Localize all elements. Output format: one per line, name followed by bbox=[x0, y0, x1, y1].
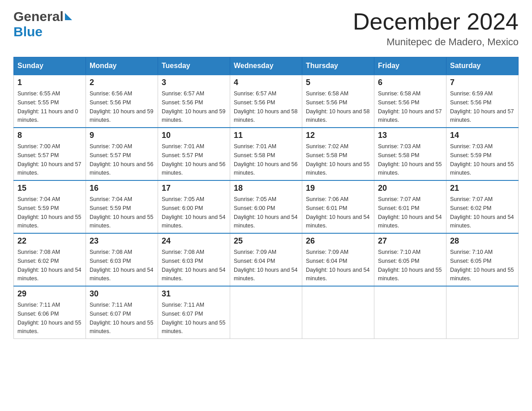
day-info: Sunrise: 6:56 AMSunset: 5:56 PMDaylight:… bbox=[90, 90, 153, 123]
day-info: Sunrise: 6:57 AMSunset: 5:56 PMDaylight:… bbox=[162, 90, 225, 123]
calendar-week-row: 1Sunrise: 6:55 AMSunset: 5:55 PMDaylight… bbox=[14, 75, 519, 128]
day-number: 28 bbox=[450, 236, 515, 246]
day-number: 20 bbox=[378, 184, 442, 193]
calendar-week-row: 29Sunrise: 7:11 AMSunset: 6:06 PMDayligh… bbox=[14, 286, 519, 339]
calendar-cell: 25Sunrise: 7:09 AMSunset: 6:04 PMDayligh… bbox=[230, 233, 302, 286]
day-number: 4 bbox=[234, 78, 298, 87]
calendar-header-friday: Friday bbox=[374, 57, 446, 75]
calendar-cell: 23Sunrise: 7:08 AMSunset: 6:03 PMDayligh… bbox=[86, 233, 158, 286]
day-info: Sunrise: 7:08 AMSunset: 6:03 PMDaylight:… bbox=[90, 249, 153, 282]
calendar-cell: 24Sunrise: 7:08 AMSunset: 6:03 PMDayligh… bbox=[158, 233, 230, 286]
calendar-cell: 28Sunrise: 7:10 AMSunset: 6:05 PMDayligh… bbox=[446, 233, 519, 286]
calendar-cell: 12Sunrise: 7:02 AMSunset: 5:58 PMDayligh… bbox=[302, 128, 374, 180]
day-info: Sunrise: 7:02 AMSunset: 5:58 PMDaylight:… bbox=[306, 143, 369, 176]
day-info: Sunrise: 7:03 AMSunset: 5:58 PMDaylight:… bbox=[378, 143, 442, 176]
calendar-week-row: 8Sunrise: 7:00 AMSunset: 5:57 PMDaylight… bbox=[14, 128, 519, 180]
calendar-cell bbox=[374, 286, 446, 339]
calendar-cell bbox=[446, 286, 519, 339]
location-subtitle: Munitepec de Madero, Mexico bbox=[353, 36, 519, 48]
calendar-header-row: SundayMondayTuesdayWednesdayThursdayFrid… bbox=[14, 57, 519, 75]
logo-chevron-icon bbox=[65, 13, 72, 20]
calendar-cell: 16Sunrise: 7:04 AMSunset: 5:59 PMDayligh… bbox=[86, 180, 158, 233]
day-info: Sunrise: 6:59 AMSunset: 5:56 PMDaylight:… bbox=[450, 90, 514, 123]
day-info: Sunrise: 7:00 AMSunset: 5:57 PMDaylight:… bbox=[90, 143, 153, 176]
day-info: Sunrise: 7:10 AMSunset: 6:05 PMDaylight:… bbox=[378, 249, 442, 282]
day-info: Sunrise: 7:08 AMSunset: 6:02 PMDaylight:… bbox=[17, 249, 81, 282]
day-number: 5 bbox=[306, 78, 370, 87]
day-number: 1 bbox=[17, 78, 82, 87]
calendar-header-sunday: Sunday bbox=[14, 57, 86, 75]
day-info: Sunrise: 7:11 AMSunset: 6:07 PMDaylight:… bbox=[90, 302, 153, 334]
title-section: December 2024 Munitepec de Madero, Mexic… bbox=[353, 9, 519, 48]
day-info: Sunrise: 7:01 AMSunset: 5:58 PMDaylight:… bbox=[234, 143, 297, 176]
day-number: 31 bbox=[162, 289, 226, 299]
day-number: 3 bbox=[162, 78, 226, 87]
day-number: 16 bbox=[90, 184, 154, 193]
day-info: Sunrise: 7:09 AMSunset: 6:04 PMDaylight:… bbox=[234, 249, 297, 282]
day-info: Sunrise: 7:03 AMSunset: 5:59 PMDaylight:… bbox=[450, 143, 514, 176]
calendar-cell: 7Sunrise: 6:59 AMSunset: 5:56 PMDaylight… bbox=[446, 75, 519, 128]
calendar-header-thursday: Thursday bbox=[302, 57, 374, 75]
day-info: Sunrise: 7:05 AMSunset: 6:00 PMDaylight:… bbox=[162, 196, 225, 229]
day-info: Sunrise: 6:58 AMSunset: 5:56 PMDaylight:… bbox=[306, 90, 369, 123]
day-number: 26 bbox=[306, 236, 370, 246]
day-info: Sunrise: 7:08 AMSunset: 6:03 PMDaylight:… bbox=[162, 249, 225, 282]
calendar-cell: 29Sunrise: 7:11 AMSunset: 6:06 PMDayligh… bbox=[14, 286, 86, 339]
calendar-cell: 3Sunrise: 6:57 AMSunset: 5:56 PMDaylight… bbox=[158, 75, 230, 128]
day-number: 29 bbox=[17, 289, 82, 299]
day-info: Sunrise: 7:11 AMSunset: 6:06 PMDaylight:… bbox=[17, 302, 81, 334]
day-number: 10 bbox=[162, 131, 226, 140]
day-info: Sunrise: 7:04 AMSunset: 5:59 PMDaylight:… bbox=[90, 196, 153, 229]
day-info: Sunrise: 6:55 AMSunset: 5:55 PMDaylight:… bbox=[17, 90, 78, 123]
day-number: 14 bbox=[450, 131, 515, 140]
day-info: Sunrise: 7:11 AMSunset: 6:07 PMDaylight:… bbox=[162, 302, 225, 334]
logo-general-text: General bbox=[13, 9, 64, 24]
calendar-header-saturday: Saturday bbox=[446, 57, 519, 75]
calendar-cell: 27Sunrise: 7:10 AMSunset: 6:05 PMDayligh… bbox=[374, 233, 446, 286]
calendar-cell: 9Sunrise: 7:00 AMSunset: 5:57 PMDaylight… bbox=[86, 128, 158, 180]
day-number: 30 bbox=[90, 289, 154, 299]
calendar-cell: 1Sunrise: 6:55 AMSunset: 5:55 PMDaylight… bbox=[14, 75, 86, 128]
calendar-table: SundayMondayTuesdayWednesdayThursdayFrid… bbox=[13, 57, 519, 339]
day-number: 8 bbox=[17, 131, 82, 140]
day-info: Sunrise: 7:01 AMSunset: 5:57 PMDaylight:… bbox=[162, 143, 225, 176]
calendar-cell: 11Sunrise: 7:01 AMSunset: 5:58 PMDayligh… bbox=[230, 128, 302, 180]
logo-blue-text: Blue bbox=[13, 24, 43, 39]
day-info: Sunrise: 7:07 AMSunset: 6:02 PMDaylight:… bbox=[450, 196, 514, 229]
calendar-cell: 26Sunrise: 7:09 AMSunset: 6:04 PMDayligh… bbox=[302, 233, 374, 286]
day-info: Sunrise: 7:04 AMSunset: 5:59 PMDaylight:… bbox=[17, 196, 81, 229]
day-info: Sunrise: 7:05 AMSunset: 6:00 PMDaylight:… bbox=[234, 196, 297, 229]
day-number: 24 bbox=[162, 236, 226, 246]
day-info: Sunrise: 6:58 AMSunset: 5:56 PMDaylight:… bbox=[378, 90, 442, 123]
day-number: 19 bbox=[306, 184, 370, 193]
calendar-cell: 2Sunrise: 6:56 AMSunset: 5:56 PMDaylight… bbox=[86, 75, 158, 128]
day-info: Sunrise: 7:10 AMSunset: 6:05 PMDaylight:… bbox=[450, 249, 514, 282]
day-number: 2 bbox=[90, 78, 154, 87]
calendar-week-row: 22Sunrise: 7:08 AMSunset: 6:02 PMDayligh… bbox=[14, 233, 519, 286]
calendar-week-row: 15Sunrise: 7:04 AMSunset: 5:59 PMDayligh… bbox=[14, 180, 519, 233]
calendar-cell: 10Sunrise: 7:01 AMSunset: 5:57 PMDayligh… bbox=[158, 128, 230, 180]
calendar-cell: 8Sunrise: 7:00 AMSunset: 5:57 PMDaylight… bbox=[14, 128, 86, 180]
day-info: Sunrise: 6:57 AMSunset: 5:56 PMDaylight:… bbox=[234, 90, 297, 123]
calendar-cell: 17Sunrise: 7:05 AMSunset: 6:00 PMDayligh… bbox=[158, 180, 230, 233]
calendar-cell bbox=[230, 286, 302, 339]
day-number: 22 bbox=[17, 236, 82, 246]
month-title: December 2024 bbox=[353, 9, 519, 34]
calendar-cell: 21Sunrise: 7:07 AMSunset: 6:02 PMDayligh… bbox=[446, 180, 519, 233]
calendar-header-monday: Monday bbox=[86, 57, 158, 75]
calendar-cell: 14Sunrise: 7:03 AMSunset: 5:59 PMDayligh… bbox=[446, 128, 519, 180]
page-header: General Blue December 2024 Munitepec de … bbox=[13, 9, 519, 48]
day-info: Sunrise: 7:07 AMSunset: 6:01 PMDaylight:… bbox=[378, 196, 442, 229]
day-number: 12 bbox=[306, 131, 370, 140]
day-number: 23 bbox=[90, 236, 154, 246]
calendar-cell bbox=[302, 286, 374, 339]
day-info: Sunrise: 7:09 AMSunset: 6:04 PMDaylight:… bbox=[306, 249, 369, 282]
day-number: 15 bbox=[17, 184, 82, 193]
calendar-cell: 15Sunrise: 7:04 AMSunset: 5:59 PMDayligh… bbox=[14, 180, 86, 233]
day-number: 13 bbox=[378, 131, 442, 140]
calendar-cell: 19Sunrise: 7:06 AMSunset: 6:01 PMDayligh… bbox=[302, 180, 374, 233]
calendar-header-wednesday: Wednesday bbox=[230, 57, 302, 75]
calendar-cell: 31Sunrise: 7:11 AMSunset: 6:07 PMDayligh… bbox=[158, 286, 230, 339]
day-number: 6 bbox=[378, 78, 442, 87]
calendar-cell: 22Sunrise: 7:08 AMSunset: 6:02 PMDayligh… bbox=[14, 233, 86, 286]
